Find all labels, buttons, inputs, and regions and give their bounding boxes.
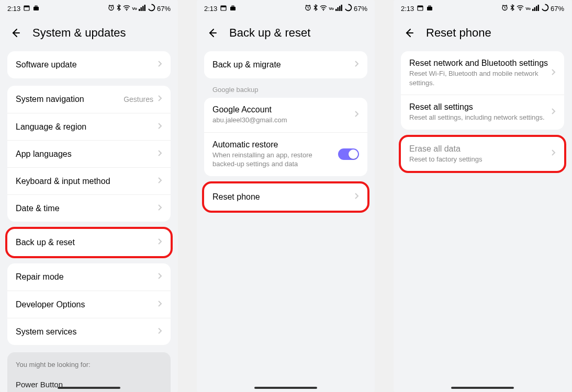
card-erase-all-data: Erase all data Reset to factory settings (401, 137, 564, 171)
card-google-backup: Google Account abu.jaleel30@gmail.com Au… (204, 98, 367, 176)
page-header: System & updates (0, 17, 178, 51)
row-label: Date & time (16, 204, 158, 213)
chevron-right-icon (354, 192, 359, 202)
briefcase-icon (230, 5, 236, 13)
battery-percent: 67% (354, 5, 367, 13)
row-value: Gestures (124, 95, 153, 103)
card-backup-reset: Back up & reset (7, 229, 171, 256)
row-label: Reset all settings (409, 102, 551, 112)
alarm-icon (501, 4, 508, 13)
row-developer-options[interactable]: Developer Options (7, 291, 171, 318)
row-reset-network[interactable]: Reset network and Bluetooth settings Res… (401, 51, 564, 95)
row-label: Software update (16, 60, 158, 70)
bluetooth-icon (313, 4, 318, 13)
row-google-account[interactable]: Google Account abu.jaleel30@gmail.com (204, 98, 367, 132)
back-button[interactable] (403, 27, 414, 39)
row-label: System navigation (16, 95, 124, 104)
svg-rect-12 (221, 6, 226, 7)
row-label: Automatic restore (212, 140, 338, 149)
row-label: Reset network and Bluetooth settings (409, 59, 551, 68)
row-sub: Reset to factory settings (409, 155, 551, 164)
page-title: Reset phone (426, 26, 491, 40)
chevron-right-icon (158, 272, 162, 282)
row-keyboard-input[interactable]: Keyboard & input method (7, 167, 171, 194)
nav-indicator[interactable] (451, 387, 514, 389)
row-repair-mode[interactable]: Repair mode (7, 263, 171, 291)
row-erase-all-data[interactable]: Erase all data Reset to factory settings (401, 137, 564, 171)
wifi-icon (517, 5, 524, 13)
page-title: Back up & reset (229, 26, 310, 40)
svg-rect-19 (339, 6, 341, 11)
svg-point-10 (148, 5, 154, 11)
row-system-services[interactable]: System services (7, 318, 171, 345)
row-backup-reset[interactable]: Back up & reset (7, 229, 171, 256)
section-label: Google backup (204, 86, 367, 98)
status-time: 2:13 (204, 5, 217, 13)
row-label: App languages (16, 149, 158, 159)
svg-point-32 (542, 5, 548, 11)
wifi-icon (320, 5, 327, 13)
row-label: Back up & migrate (212, 60, 354, 70)
svg-rect-9 (144, 5, 145, 11)
suggestion-item[interactable]: Power Button (16, 376, 162, 392)
chevron-right-icon (551, 149, 556, 158)
signal-icon (139, 5, 146, 13)
status-time: 2:13 (401, 5, 414, 13)
status-bar: 2:13 Vo 67% (394, 0, 571, 17)
svg-rect-17 (335, 9, 337, 11)
row-label: System services (16, 327, 158, 337)
briefcase-icon (427, 5, 433, 13)
back-button[interactable] (206, 27, 218, 39)
signal-icon (532, 5, 540, 13)
svg-rect-23 (418, 6, 423, 7)
chevron-right-icon (158, 95, 162, 104)
calendar-icon (24, 5, 30, 13)
svg-point-5 (126, 9, 127, 10)
card-reset-phone: Reset phone (204, 183, 367, 211)
svg-rect-7 (140, 7, 142, 11)
screen-reset-phone: 2:13 Vo 67% Reset phone Reset network an… (394, 0, 571, 392)
chevron-right-icon (551, 68, 556, 78)
status-bar: 2:13 Vo 67% (197, 0, 375, 17)
card-reset-options: Reset network and Bluetooth settings Res… (401, 51, 564, 130)
volte-icon: Vo (329, 6, 334, 11)
suggestions-title: You might be looking for: (16, 361, 162, 368)
svg-rect-28 (532, 9, 534, 11)
battery-percent: 67% (157, 5, 171, 13)
chevron-right-icon (354, 60, 359, 70)
row-sub: Reset Wi-Fi, Bluetooth and mobile networ… (409, 69, 551, 87)
row-automatic-restore[interactable]: Automatic restore When reinstalling an a… (204, 132, 367, 176)
chevron-right-icon (158, 300, 162, 309)
row-label: Reset phone (212, 192, 354, 202)
chevron-right-icon (158, 122, 162, 132)
row-label: Language & region (16, 122, 158, 132)
svg-point-21 (345, 5, 351, 11)
battery-ring-icon (541, 4, 549, 13)
calendar-icon (417, 5, 423, 13)
row-language-region[interactable]: Language & region (7, 113, 171, 140)
row-date-time[interactable]: Date & time (7, 194, 171, 222)
row-backup-migrate[interactable]: Back up & migrate (204, 51, 367, 78)
status-time: 2:13 (7, 5, 20, 13)
nav-indicator[interactable] (254, 387, 317, 389)
row-software-update[interactable]: Software update (7, 51, 171, 78)
alarm-icon (108, 4, 115, 13)
chevron-right-icon (158, 204, 162, 213)
row-label: Back up & reset (16, 238, 158, 247)
chevron-right-icon (158, 60, 162, 70)
battery-percent: 67% (551, 5, 564, 13)
screen-backup-reset: 2:13 Vo 67% Back up & reset Back up & mi… (197, 0, 375, 392)
back-button[interactable] (9, 27, 21, 39)
bluetooth-icon (510, 4, 515, 13)
toggle-automatic-restore[interactable] (338, 148, 359, 160)
battery-ring-icon (344, 4, 352, 13)
row-reset-all-settings[interactable]: Reset all settings Reset all settings, i… (401, 95, 564, 130)
volte-icon: Vo (132, 6, 137, 11)
svg-rect-31 (537, 5, 539, 11)
row-system-navigation[interactable]: System navigation Gestures (7, 86, 171, 113)
row-reset-phone[interactable]: Reset phone (204, 183, 367, 211)
card-misc-group: Repair mode Developer Options System ser… (7, 263, 171, 345)
row-app-languages[interactable]: App languages (7, 140, 171, 167)
nav-indicator[interactable] (58, 387, 120, 389)
svg-point-27 (520, 9, 521, 10)
